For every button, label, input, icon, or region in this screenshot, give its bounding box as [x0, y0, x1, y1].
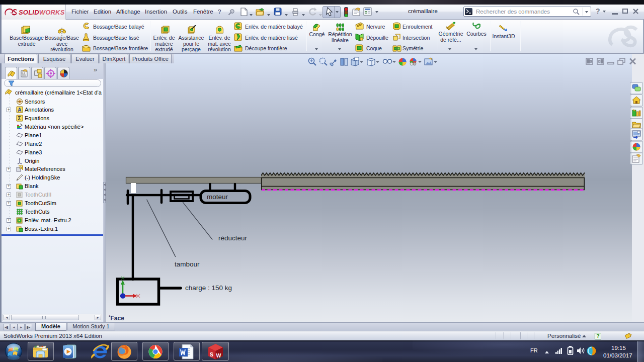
svg-text:Σ: Σ	[18, 116, 21, 121]
svg-text:W: W	[216, 352, 221, 358]
svg-text:A: A	[18, 107, 21, 113]
svg-text:S: S	[210, 351, 213, 357]
